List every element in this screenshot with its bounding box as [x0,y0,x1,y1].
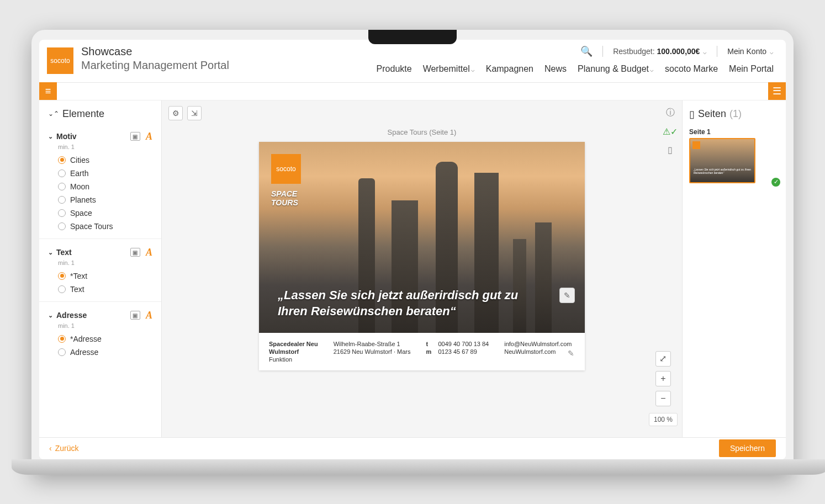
radio-icon [58,169,66,177]
zoom-level: 100 % [649,413,678,426]
elements-title[interactable]: ⌄⌃ Elemente [39,108,161,126]
chevron-left-icon: ‹ [49,444,52,453]
radio-icon [58,272,66,280]
hamburger-icon[interactable]: ≡ [39,82,57,100]
chevron-down-icon: ⌄ [48,312,53,319]
edit-icon[interactable]: ✎ [565,347,577,359]
motiv-planets[interactable]: Planets [39,193,161,206]
zoom-in-button[interactable]: + [655,371,671,386]
adresse-option-1[interactable]: *Adresse [39,332,161,346]
chevron-down-icon: ⌵ [650,66,654,73]
text-icon[interactable]: A [146,310,152,321]
text-option-1[interactable]: *Text [39,269,161,283]
motiv-cities[interactable]: Cities [39,153,161,167]
motiv-moon[interactable]: Moon [39,180,161,193]
section-min: min. 1 [39,259,161,269]
budget-display[interactable]: Restbudget: 100.000,00€ ⌵ [613,47,707,56]
text-icon[interactable]: A [146,131,152,142]
preview-footer: Spacedealer Neu Wulmstorf Funktion Wilhe… [259,333,585,370]
preview-image: socoto SPACE TOURS „Lassen Sie sich jetz… [259,142,585,333]
canvas-area: ⚙ ⇲ Space Tours (Seite 1) socoto SPACE T… [162,100,682,437]
page-thumb-label: Seite 1 [689,128,779,136]
title-block: Showcase Marketing Management Portal [81,45,229,72]
footer-phone: t0049 40 700 13 84 m0123 45 67 89 [426,341,489,363]
export-icon[interactable]: ⇲ [187,106,202,120]
search-icon[interactable]: 🔍 [580,45,593,57]
radio-icon [58,285,66,293]
text-icon[interactable]: A [146,247,152,258]
brand-logo: socoto [47,47,73,74]
info-icon[interactable]: ⓘ [666,107,675,119]
settings-icon[interactable]: ⚙ [168,106,183,120]
preview-brand: SPACE TOURS [271,189,298,208]
footer-bar: ‹ Zurück Speichern [39,437,786,459]
save-button[interactable]: Speichern [719,439,776,457]
pages-title: ▯ Seiten (1) [689,108,779,120]
nav-marke[interactable]: socoto Marke [665,64,718,74]
radio-icon [58,348,66,356]
preview-card[interactable]: socoto SPACE TOURS „Lassen Sie sich jetz… [259,142,585,370]
chevron-down-icon: ⌵ [703,49,707,55]
app-header: socoto Showcase Marketing Management Por… [39,40,786,83]
canvas-page-label: Space Tours (Seite 1) [162,128,682,136]
chevron-down-icon: ⌵ [770,49,774,55]
nav-mein-portal[interactable]: Mein Portal [729,64,774,74]
collapse-icon: ⌄⌃ [48,110,59,117]
preview-logo: socoto [271,154,301,184]
radio-icon [58,156,66,164]
footer-address: Wilhelm-Raabe-Straße 1 21629 Neu Wulmsto… [334,341,411,363]
preview-slogan: „Lassen Sie sich jetzt außerirdisch gut … [278,288,541,319]
nav-produkte[interactable]: Produkte [377,64,412,74]
check-icon: ✓ [771,178,780,187]
page-icon: ▯ [689,108,695,120]
chevron-down-icon: ⌄ [48,249,53,256]
radio-icon [58,209,66,217]
adresse-option-2[interactable]: Adresse [39,346,161,359]
main-nav: Produkte Werbemittel⌵ Kampagnen News Pla… [377,64,774,79]
page-icon[interactable]: ▯ [668,145,673,155]
toolbar-strip: ≡ ☰ [39,83,786,100]
budget-value: 100.000,00€ [657,47,700,56]
zoom-out-button[interactable]: − [655,391,671,406]
nav-news[interactable]: News [544,64,567,74]
radio-icon [58,335,66,343]
fullscreen-icon[interactable]: ⤢ [655,351,671,367]
image-icon[interactable]: ▣ [130,311,140,320]
budget-label: Restbudget: [613,47,655,56]
app-subtitle: Marketing Management Portal [81,59,229,72]
page-thumbnail[interactable]: „Lassen Sie sich jetzt außerirdisch gut … [689,138,755,183]
section-motiv[interactable]: ⌄ Motiv ▣ A [39,126,161,144]
image-icon[interactable]: ▣ [130,248,140,257]
text-option-2[interactable]: Text [39,283,161,296]
radio-icon [58,196,66,204]
account-menu[interactable]: Mein Konto ⌵ [727,47,774,56]
back-button[interactable]: ‹ Zurück [49,444,78,453]
nav-planung[interactable]: Planung & Budget⌵ [578,64,654,74]
panel-toggle-icon[interactable]: ☰ [768,82,786,100]
footer-dealer: Spacedealer Neu Wulmstorf Funktion [269,341,318,363]
motiv-space-tours[interactable]: Space Tours [39,220,161,233]
radio-icon [58,183,66,190]
chevron-down-icon: ⌄ [48,133,53,140]
section-adresse[interactable]: ⌄ Adresse ▣ A [39,305,161,322]
elements-panel: ⌄⌃ Elemente ⌄ Motiv ▣ A min. 1 Cities Ea… [39,100,162,437]
app-title: Showcase [81,45,229,58]
nav-werbemittel[interactable]: Werbemittel⌵ [423,64,475,74]
section-min: min. 1 [39,144,161,153]
radio-icon [58,222,66,230]
edit-icon[interactable]: ✎ [559,288,575,303]
pages-panel: ▯ Seiten (1) Seite 1 „Lassen Sie sich je… [682,100,786,437]
image-icon[interactable]: ▣ [130,132,140,141]
footer-web: info@NeuWulmstorf.com NeuWulmstorf.com [504,341,572,363]
section-min: min. 1 [39,322,161,332]
nav-kampagnen[interactable]: Kampagnen [486,64,533,74]
motiv-earth[interactable]: Earth [39,167,161,180]
section-text[interactable]: ⌄ Text ▣ A [39,242,161,259]
motiv-space[interactable]: Space [39,206,161,220]
validate-icon[interactable]: ⚠✓ [663,126,678,137]
chevron-down-icon: ⌵ [471,66,475,73]
